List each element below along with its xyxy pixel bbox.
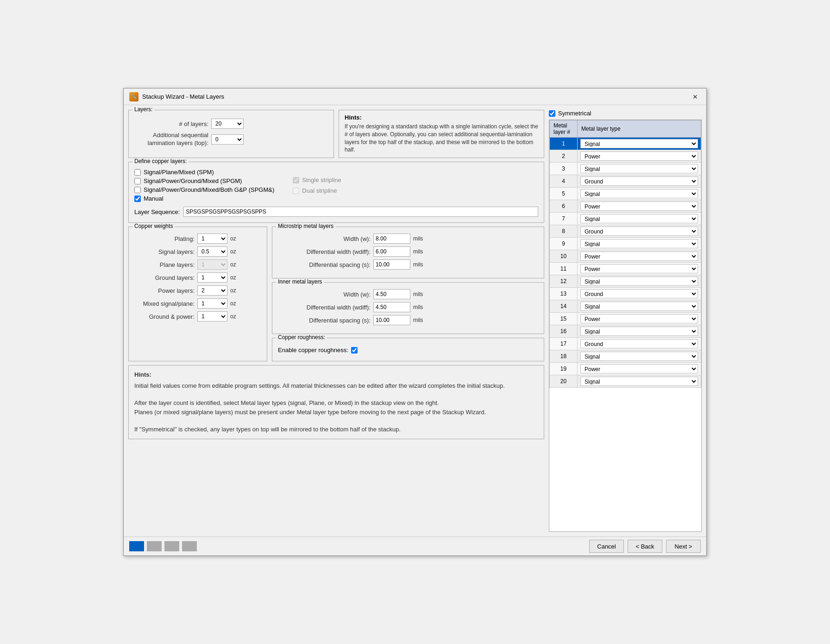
layers-group-title: Layers: [132,106,154,113]
step-4 [182,541,197,551]
table-row[interactable]: 20SignalPowerGroundMixedPlane [550,375,701,388]
ms-width-input[interactable] [373,234,410,244]
layer-type-select[interactable]: SignalPowerGroundMixedPlane [580,239,698,248]
im-diff-spacing-input[interactable] [373,315,410,325]
ms-width-label: Width (w): [278,235,371,242]
main-window: 🔧 Stackup Wizard - Metal Layers ✕ Layers… [123,88,707,556]
ms-diff-spacing-input[interactable] [373,259,410,270]
spgm-checkbox[interactable] [134,178,141,184]
table-row[interactable]: 12SignalPowerGroundMixedPlane [550,275,701,288]
table-row[interactable]: 2SignalPowerGroundMixedPlane [550,150,701,163]
layer-type-select[interactable]: SignalPowerGroundMixedPlane [580,177,698,186]
microstrip-title: Microstrip metal layers [276,223,335,229]
step-2 [147,541,162,551]
step-1 [129,541,144,551]
table-row[interactable]: 11SignalPowerGroundMixedPlane [550,263,701,275]
table-row[interactable]: 13SignalPowerGroundMixedPlane [550,288,701,300]
table-row[interactable]: 17SignalPowerGroundMixedPlane [550,338,701,350]
hints-text: If you're designing a standard stackup w… [345,123,538,154]
layer-type-select[interactable]: SignalPowerGroundMixedPlane [580,164,698,173]
table-row[interactable]: 6SignalPowerGroundMixedPlane [550,200,701,213]
layer-type-select[interactable]: SignalPowerGroundMixedPlane [580,214,698,223]
bottom-hints-title: Hints: [134,370,538,379]
layer-sequence-label: Layer Sequence: [134,208,180,215]
layer-type-select[interactable]: SignalPowerGroundMixedPlane [580,139,698,148]
plane-layers-label: Plane layers: [134,261,195,268]
layer-type-select[interactable]: SignalPowerGroundMixedPlane [580,152,698,161]
bottom-hints: Hints: Initial field values come from ed… [128,365,544,439]
layer-sequence-input[interactable]: SPSGSPSGSPPSGSPSGSPPS [183,207,538,217]
ground-layers-label: Ground layers: [134,274,195,281]
im-width-label: Width (w): [278,291,371,298]
close-button[interactable]: ✕ [690,91,701,102]
im-diff-width-input[interactable] [373,302,410,312]
table-row[interactable]: 19SignalPowerGroundMixedPlane [550,363,701,375]
layer-type-select[interactable]: SignalPowerGroundMixedPlane [580,302,698,311]
table-row[interactable]: 1SignalPowerGroundMixedPlane [550,138,701,150]
table-row[interactable]: 9SignalPowerGroundMixedPlane [550,238,701,250]
step-3 [164,541,179,551]
layer-type-select[interactable]: SignalPowerGroundMixedPlane [580,277,698,286]
enable-roughness-checkbox[interactable] [351,347,358,354]
spm-label: Signal/Plane/Mixed (SPM) [144,169,214,176]
table-row[interactable]: 18SignalPowerGroundMixedPlane [550,350,701,363]
layer-type-select[interactable]: SignalPowerGroundMixedPlane [580,264,698,273]
table-row[interactable]: 10SignalPowerGroundMixedPlane [550,250,701,263]
layer-type-select[interactable]: SignalPowerGroundMixedPlane [580,314,698,323]
signal-layers-select[interactable]: 0.512 [197,246,227,257]
layer-type-select[interactable]: SignalPowerGroundMixedPlane [580,352,698,361]
layer-type-select[interactable]: SignalPowerGroundMixedPlane [580,377,698,386]
signal-layers-label: Signal layers: [134,248,195,255]
table-row[interactable]: 3SignalPowerGroundMixedPlane [550,163,701,175]
im-width-input[interactable] [373,289,410,299]
ground-power-select[interactable]: 10.52 [197,311,227,322]
table-row[interactable]: 14SignalPowerGroundMixedPlane [550,300,701,313]
spm-checkbox[interactable] [134,169,141,176]
plating-select[interactable]: 10.52 [197,234,227,244]
layer-type-select[interactable]: SignalPowerGroundMixedPlane [580,364,698,373]
ms-diff-spacing-label: Differential spacing (s): [278,261,371,268]
spgm8-checkbox[interactable] [134,187,141,193]
spgm8-label: Signal/Power/Ground/Mixed/Both G&P (SPGM… [144,186,274,193]
table-row[interactable]: 16SignalPowerGroundMixedPlane [550,325,701,338]
layer-type-select[interactable]: SignalPowerGroundMixedPlane [580,189,698,198]
layer-type-select[interactable]: SignalPowerGroundMixedPlane [580,327,698,336]
layer-table: Metal layer # Metal layer type 1SignalPo… [549,120,701,388]
copper-weights-title: Copper weights [132,223,175,229]
symmetrical-label: Symmetrical [558,110,591,117]
cancel-button[interactable]: Cancel [589,540,624,553]
back-button[interactable]: < Back [628,540,662,553]
table-row[interactable]: 8SignalPowerGroundMixedPlane [550,225,701,238]
ground-power-label: Ground & power: [134,313,195,320]
symmetrical-checkbox[interactable] [549,110,555,117]
add-seq-select[interactable]: 01234 [211,134,244,145]
single-stripline-label: Single stripline [302,177,341,183]
layer-type-select[interactable]: SignalPowerGroundMixedPlane [580,289,698,298]
manual-checkbox[interactable] [134,196,141,202]
copper-roughness-title: Copper roughness: [276,334,327,341]
table-row[interactable]: 15SignalPowerGroundMixedPlane [550,313,701,325]
power-layers-label: Power layers: [134,287,195,294]
hints-title: Hints: [345,114,538,121]
im-diff-spacing-label: Differential spacing (s): [278,317,371,324]
layer-type-select[interactable]: SignalPowerGroundMixedPlane [580,252,698,261]
plane-layers-select: 1 [197,259,227,270]
ms-diff-width-input[interactable] [373,246,410,257]
layer-table-container: Metal layer # Metal layer type 1SignalPo… [549,120,702,532]
table-row[interactable]: 7SignalPowerGroundMixedPlane [550,213,701,225]
add-seq-label: Additional sequentiallamination layers (… [134,132,208,147]
next-button[interactable]: Next > [666,540,701,553]
app-icon: 🔧 [129,92,138,101]
layer-type-select[interactable]: SignalPowerGroundMixedPlane [580,227,698,236]
spgm-label: Signal/Power/Ground/Mixed (SPGM) [144,177,242,184]
table-row[interactable]: 5SignalPowerGroundMixedPlane [550,188,701,200]
table-row[interactable]: 4SignalPowerGroundMixedPlane [550,175,701,188]
ground-layers-select[interactable]: 10.52 [197,272,227,283]
layer-type-select[interactable]: SignalPowerGroundMixedPlane [580,202,698,211]
col-metal-type: Metal layer type [578,120,701,138]
num-layers-select[interactable]: 20246810121416182224 [211,119,244,129]
mixed-signal-select[interactable]: 10.52 [197,298,227,309]
layer-type-select[interactable]: SignalPowerGroundMixedPlane [580,339,698,348]
power-layers-select[interactable]: 20.51 [197,285,227,296]
dual-stripline-checkbox [293,188,299,194]
